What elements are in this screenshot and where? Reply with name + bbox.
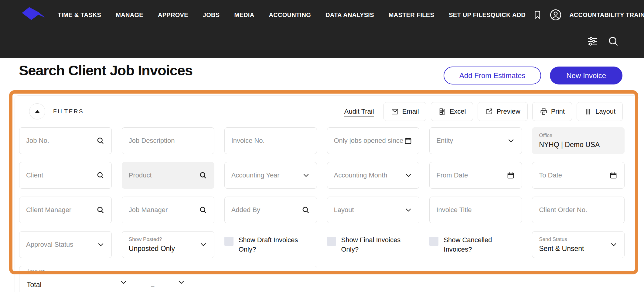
- job-no-input[interactable]: [26, 137, 94, 145]
- calendar-icon: [609, 171, 618, 180]
- chevron-down-icon: [610, 241, 618, 249]
- search-icon: [96, 136, 105, 145]
- amount-label: Amount: [27, 269, 45, 275]
- chevron-down-icon[interactable]: [177, 278, 185, 286]
- to-date-input[interactable]: [539, 171, 607, 179]
- job-description-field[interactable]: [122, 127, 214, 154]
- client-input[interactable]: [26, 171, 94, 179]
- show-draft-invoices-cell: Show Draft Invoices Only?: [224, 231, 317, 258]
- show-cancelled-invoices-label[interactable]: Show Cancelled Invoices?: [444, 235, 508, 254]
- entity-select[interactable]: Entity: [429, 127, 522, 154]
- amount-operator-select[interactable]: =: [151, 282, 155, 290]
- bookmark-icon[interactable]: [533, 10, 542, 20]
- preview-icon: [485, 108, 493, 116]
- invoice-title-input[interactable]: [436, 206, 515, 214]
- approval-status-placeholder: Approval Status: [26, 241, 73, 249]
- show-final-invoices-cell: Show Final Invoices Only?: [327, 231, 420, 258]
- accounting-year-select[interactable]: Accounting Year: [224, 162, 317, 189]
- office-label: Office: [539, 132, 600, 139]
- invoice-no-field[interactable]: [224, 127, 317, 154]
- preview-button[interactable]: Preview: [478, 102, 527, 121]
- to-date-field[interactable]: [532, 162, 625, 189]
- accounting-month-select[interactable]: Accounting Month: [327, 162, 420, 189]
- email-button[interactable]: Email: [383, 102, 426, 121]
- nav-item-master-files[interactable]: MASTER FILES: [389, 12, 434, 19]
- user-avatar-icon[interactable]: [549, 9, 562, 21]
- amount-type-select[interactable]: Total: [27, 281, 42, 289]
- search-icon: [199, 206, 207, 214]
- chevron-down-icon: [199, 241, 207, 249]
- job-manager-input[interactable]: [129, 206, 196, 214]
- show-posted-value: Unposted Only: [129, 245, 175, 253]
- add-from-estimates-button[interactable]: Add From Estimates: [444, 67, 541, 84]
- product-input[interactable]: [129, 171, 196, 179]
- nav-item-time-tasks[interactable]: TIME & TASKS: [58, 12, 101, 19]
- preview-label: Preview: [496, 108, 520, 115]
- show-posted-label: Show Posted?: [129, 236, 175, 242]
- print-label: Print: [551, 108, 565, 115]
- audit-trail-link[interactable]: Audit Trail: [344, 108, 374, 115]
- office-field[interactable]: Office NYHQ | Demo USA: [532, 127, 625, 154]
- client-manager-field[interactable]: [19, 197, 112, 223]
- send-status-select[interactable]: Send Status Sent & Unsent: [532, 231, 625, 258]
- print-icon: [540, 108, 548, 116]
- excel-button[interactable]: Excel: [431, 102, 473, 121]
- job-manager-field[interactable]: [122, 197, 214, 223]
- triangle-up-icon: [35, 110, 40, 113]
- chevron-down-icon: [404, 171, 412, 179]
- client-order-no-input[interactable]: [539, 206, 618, 214]
- client-manager-input[interactable]: [26, 206, 94, 214]
- show-posted-select[interactable]: Show Posted? Unposted Only: [122, 231, 214, 258]
- account-name[interactable]: ACCOUNTABILITY TRAINING: [569, 12, 644, 19]
- excel-label: Excel: [450, 108, 466, 115]
- calendar-icon: [506, 171, 515, 180]
- entity-placeholder: Entity: [436, 137, 453, 145]
- show-cancelled-invoices-checkbox[interactable]: [429, 237, 438, 246]
- client-field[interactable]: [19, 162, 112, 189]
- filters-label: FILTERS: [53, 108, 84, 115]
- show-draft-invoices-checkbox[interactable]: [224, 237, 233, 246]
- chevron-down-icon: [302, 171, 310, 179]
- chevron-down-icon: [97, 241, 105, 249]
- product-field[interactable]: [122, 162, 214, 189]
- new-invoice-button[interactable]: New Invoice: [550, 67, 622, 84]
- nav-item-manage[interactable]: MANAGE: [116, 12, 143, 19]
- added-by-input[interactable]: [231, 206, 299, 214]
- nav-item-jobs[interactable]: JOBS: [203, 12, 220, 19]
- show-draft-invoices-label[interactable]: Show Draft Invoices Only?: [239, 235, 303, 254]
- show-final-invoices-checkbox[interactable]: [327, 237, 336, 246]
- nav-item-quick-add[interactable]: QUICK ADD: [491, 12, 526, 19]
- search-icon: [302, 206, 310, 214]
- layout-select[interactable]: Layout: [327, 197, 420, 223]
- nav-item-media[interactable]: MEDIA: [234, 12, 254, 19]
- collapse-filters-button[interactable]: [29, 103, 45, 119]
- email-label: Email: [402, 108, 419, 115]
- only-jobs-opened-since-input[interactable]: [334, 137, 408, 145]
- chevron-down-icon[interactable]: [120, 278, 128, 286]
- only-jobs-opened-since-field[interactable]: [327, 127, 420, 154]
- approval-status-select[interactable]: Approval Status: [19, 231, 112, 258]
- nav-item-accounting[interactable]: ACCOUNTING: [269, 12, 311, 19]
- job-no-field[interactable]: [19, 127, 112, 154]
- from-date-field[interactable]: [429, 162, 522, 189]
- from-date-input[interactable]: [436, 171, 504, 179]
- client-order-no-field[interactable]: [532, 197, 625, 223]
- calendar-icon: [404, 136, 412, 145]
- nav-item-data-analysis[interactable]: DATA ANALYSIS: [325, 12, 374, 19]
- filter-sliders-icon[interactable]: [586, 35, 598, 47]
- nav-item-set-up-files[interactable]: SET UP FILES: [449, 12, 491, 19]
- layout-button[interactable]: Layout: [577, 102, 623, 121]
- accounting-year-placeholder: Accounting Year: [231, 171, 280, 179]
- invoice-no-input[interactable]: [231, 137, 310, 145]
- search-icon[interactable]: [608, 36, 619, 47]
- accounting-month-placeholder: Accounting Month: [334, 171, 387, 179]
- nav-item-approve[interactable]: APPROVE: [158, 12, 188, 19]
- added-by-field[interactable]: [224, 197, 317, 223]
- invoice-title-field[interactable]: [429, 197, 522, 223]
- app-logo[interactable]: [18, 3, 52, 27]
- print-button[interactable]: Print: [532, 102, 572, 121]
- job-description-input[interactable]: [129, 137, 207, 145]
- chevron-down-icon: [404, 206, 412, 214]
- show-final-invoices-label[interactable]: Show Final Invoices Only?: [341, 235, 406, 254]
- page-title: Search Client Job Invoices: [19, 62, 193, 79]
